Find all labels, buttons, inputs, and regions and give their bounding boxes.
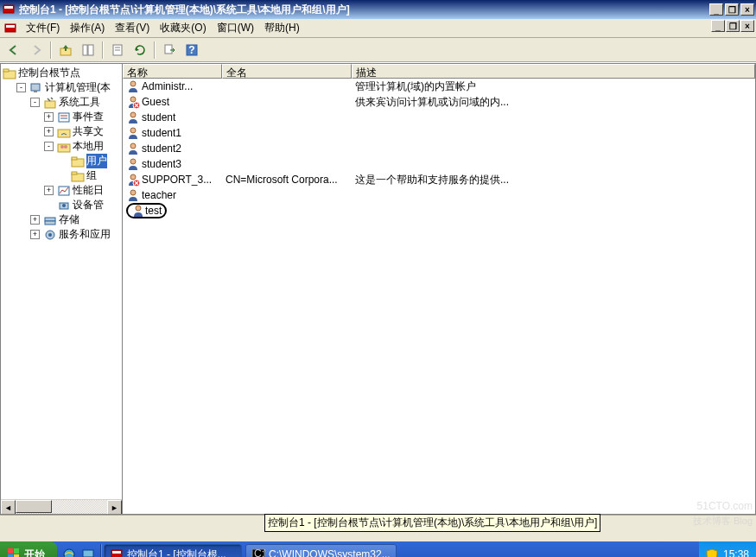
titlebar: 控制台1 - [控制台根节点\计算机管理(本地)\系统工具\本地用户和组\用户]… [0,0,756,19]
expand-icon[interactable]: + [30,215,40,225]
tree-hscroll[interactable]: ◄ ► [1,499,122,514]
list-body[interactable]: Administr...管理计算机(域)的内置帐户Guest供来宾访问计算机或访… [123,79,755,514]
maximize-button[interactable]: ❐ [725,3,739,16]
user-row[interactable]: test [123,203,755,218]
taskbar-item-console[interactable]: 控制台1 - [控制台根... [104,544,242,557]
client-area: 控制台根节点 - 计算机管理(本 - 系统工具 [0,62,756,515]
svg-rect-16 [34,91,37,92]
expand-icon[interactable]: + [44,186,54,195]
svg-rect-56 [83,550,93,557]
ie-icon[interactable] [60,546,78,557]
close-button[interactable]: × [740,3,754,16]
tree-label: 设备管 [73,198,104,212]
menu-file[interactable]: 文件(F) [21,19,65,37]
svg-rect-32 [45,218,55,221]
tree-performance[interactable]: +性能日 [44,183,122,198]
tree-pane[interactable]: 控制台根节点 - 计算机管理(本 - 系统工具 [0,63,122,515]
tree-label: 共享文 [73,124,104,139]
shield-icon[interactable] [706,548,718,557]
minimize-button[interactable]: _ [709,3,723,16]
svg-point-35 [48,233,52,237]
user-row[interactable]: student [123,110,755,125]
tree-device-manager[interactable]: 设备管 [44,198,122,212]
taskbar-item-cmd[interactable]: C:\ C:\WINDOWS\system32... [245,544,397,557]
mdi-close-button[interactable]: × [740,20,754,32]
column-headers: 名称 全名 描述 [123,64,755,79]
folder-icon [71,169,85,183]
tree-groups[interactable]: 组 [58,168,122,183]
scroll-thumb[interactable] [16,500,52,513]
tree-services-apps[interactable]: +服务和应用 [30,227,122,242]
svg-rect-6 [88,45,93,55]
user-row[interactable]: student1 [123,125,755,141]
mdi-restore-button[interactable]: ❐ [726,20,740,32]
menu-action[interactable]: 操作(A) [65,19,110,37]
collapse-icon[interactable]: - [16,83,26,92]
col-name[interactable]: 名称 [123,64,222,79]
user-icon [126,188,140,202]
up-button[interactable] [55,41,76,60]
tree-label: 本地用 [73,139,104,154]
mdi-minimize-button[interactable]: _ [711,20,725,32]
svg-rect-5 [83,45,87,55]
col-desc[interactable]: 描述 [352,64,755,79]
user-row[interactable]: Administr...管理计算机(域)的内置帐户 [123,79,755,94]
col-fullname[interactable]: 全名 [222,64,352,79]
tree-system-tools[interactable]: - 系统工具 [30,95,122,110]
user-row[interactable]: SUPPORT_3...CN=Microsoft Corpora...这是一个帮… [123,172,755,187]
menu-view[interactable]: 查看(V) [110,19,155,37]
svg-rect-33 [45,221,55,225]
user-row[interactable]: teacher [123,187,755,203]
tree-label: 服务和应用 [59,227,111,242]
folder-icon [3,66,16,80]
tree-label: 用户 [86,154,107,168]
help-button[interactable]: ? [181,41,202,60]
scroll-right-icon[interactable]: ► [107,500,122,515]
menu-help[interactable]: 帮助(H) [259,19,305,37]
show-hide-button[interactable] [78,41,98,60]
tree-computer-mgmt[interactable]: - 计算机管理(本 [16,80,122,95]
svg-point-43 [130,143,136,149]
user-name: student1 [142,127,181,139]
back-button[interactable] [3,41,24,60]
storage-icon [43,213,57,227]
svg-point-44 [130,159,136,164]
user-row[interactable]: student3 [123,156,755,172]
console-icon [2,3,16,16]
collapse-icon[interactable]: - [44,142,54,151]
mdi-icon[interactable] [3,22,17,35]
svg-point-31 [62,204,66,207]
properties-button[interactable] [107,41,128,60]
tree-storage[interactable]: +存储 [30,212,122,227]
expand-icon[interactable]: + [44,112,54,122]
tree-root[interactable]: 控制台根节点 [3,66,122,80]
cell-name: student2 [123,142,222,155]
user-row[interactable]: Guest供来宾访问计算机或访问域的内... [123,94,755,110]
scroll-left-icon[interactable]: ◄ [1,500,16,515]
start-button[interactable]: 开始 [0,541,57,557]
desktop-icon[interactable] [79,546,97,557]
cell-name: student1 [123,126,222,140]
expand-icon[interactable]: + [44,127,54,136]
user-row[interactable]: student2 [123,141,755,156]
tree-label: 控制台根节点 [18,66,80,80]
device-icon [57,199,71,212]
tree-shared-folders[interactable]: +共享文 [44,124,122,139]
svg-point-24 [64,145,67,149]
menu-favorites[interactable]: 收藏夹(O) [155,19,211,37]
system-tray[interactable]: 15:38 [699,541,756,557]
svg-rect-26 [72,157,77,160]
tree-local-users-groups[interactable]: -本地用 [44,139,122,154]
svg-rect-22 [58,144,70,152]
collapse-icon[interactable]: - [30,98,40,107]
expand-icon[interactable]: + [30,230,40,239]
windows-logo-icon [7,548,21,557]
tree-event-viewer[interactable]: +事件查 [44,110,122,124]
refresh-button[interactable] [130,41,150,60]
tree-users[interactable]: 用户 [58,154,122,168]
forward-button[interactable] [26,41,47,60]
svg-point-37 [130,97,136,102]
console-icon [110,548,124,557]
export-button[interactable] [159,41,180,60]
menu-window[interactable]: 窗口(W) [212,19,259,37]
